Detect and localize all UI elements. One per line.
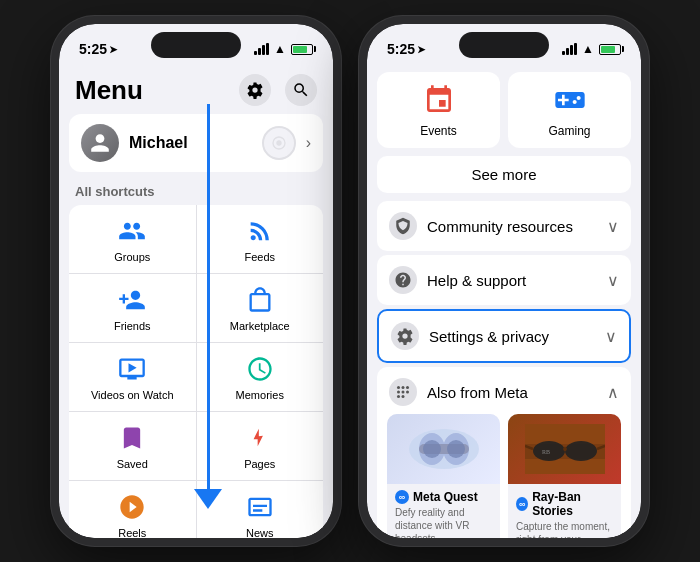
user-name: Michael [129, 134, 252, 152]
feeds-icon [244, 215, 276, 247]
gaming-tile-label: Gaming [548, 124, 590, 138]
see-more-button[interactable]: See more [377, 156, 631, 193]
shortcut-saved[interactable]: Saved [69, 412, 196, 480]
settings-icon [391, 322, 419, 350]
time-left: 5:25 ➤ [79, 41, 117, 57]
accordion-community[interactable]: Community resources ∨ [377, 201, 631, 251]
svg-point-3 [402, 386, 405, 389]
signal-left [254, 43, 269, 55]
meta-quest-desc: Defy reality and distance with VR headse… [395, 506, 492, 538]
shortcut-memories[interactable]: Memories [197, 343, 324, 411]
signal-right [562, 43, 577, 55]
also-from-chevron: ∧ [607, 383, 619, 402]
accordion-settings[interactable]: Settings & privacy ∨ [377, 309, 631, 363]
help-icon [389, 266, 417, 294]
also-from-header[interactable]: Also from Meta ∧ [377, 367, 631, 414]
shortcut-pages[interactable]: Pages [197, 412, 324, 480]
reels-icon [116, 491, 148, 523]
meta-quest-card[interactable]: ∞ Meta Quest Defy reality and distance w… [387, 414, 500, 538]
top-apps-row: Events Gaming [377, 72, 631, 148]
status-icons-right: ▲ [562, 42, 621, 56]
videos-label: Videos on Watch [91, 389, 174, 401]
pages-label: Pages [244, 458, 275, 470]
events-tile-label: Events [420, 124, 457, 138]
also-from-section: Also from Meta ∧ [377, 367, 631, 538]
location-arrow-right: ➤ [417, 44, 425, 55]
shortcut-friends[interactable]: Friends [69, 274, 196, 342]
svg-text:RB: RB [542, 449, 550, 455]
dynamic-island-right [459, 32, 549, 58]
ray-ban-desc: Capture the moment, right from your glas… [516, 520, 613, 538]
user-chevron[interactable]: › [306, 134, 311, 152]
friends-icon [116, 284, 148, 316]
news-label: News [246, 527, 274, 538]
accordion-help[interactable]: Help & support ∨ [377, 255, 631, 305]
community-icon [389, 212, 417, 240]
videos-icon [116, 353, 148, 385]
ray-ban-info: ∞ Ray-Ban Stories Capture the moment, ri… [508, 484, 621, 538]
meta-products-grid: ∞ Meta Quest Defy reality and distance w… [377, 414, 631, 538]
pages-icon [244, 422, 276, 454]
shortcut-reels[interactable]: Reels [69, 481, 196, 538]
menu-header-icons [239, 74, 317, 106]
search-button[interactable] [285, 74, 317, 106]
friends-label: Friends [114, 320, 151, 332]
shortcut-feeds[interactable]: Feeds [197, 205, 324, 273]
saved-icon [116, 422, 148, 454]
battery-left [291, 44, 313, 55]
gear-button[interactable] [239, 74, 271, 106]
left-phone: 5:25 ➤ ▲ Menu [51, 16, 341, 546]
wifi-icon-right: ▲ [582, 42, 594, 56]
meta-quest-image [387, 414, 500, 484]
svg-point-15 [447, 440, 465, 458]
also-from-label: Also from Meta [427, 384, 597, 401]
groups-icon [116, 215, 148, 247]
ray-ban-card[interactable]: RB ∞ Ray-Ban Stories Capture the moment,… [508, 414, 621, 538]
events-tile-icon [421, 82, 457, 118]
avatar [81, 124, 119, 162]
settings-chevron: ∨ [605, 327, 617, 346]
help-label: Help & support [427, 272, 597, 289]
marketplace-label: Marketplace [230, 320, 290, 332]
shortcut-groups[interactable]: Groups [69, 205, 196, 273]
app-tile-events[interactable]: Events [377, 72, 500, 148]
menu-header: Menu [59, 68, 333, 114]
user-row[interactable]: Michael › [69, 114, 323, 172]
groups-label: Groups [114, 251, 150, 263]
right-screen: 5:25 ➤ ▲ [367, 24, 641, 538]
help-chevron: ∨ [607, 271, 619, 290]
svg-point-19 [565, 441, 597, 461]
ray-ban-image: RB [508, 414, 621, 484]
svg-point-8 [397, 395, 400, 398]
svg-point-6 [402, 391, 405, 394]
svg-point-9 [402, 395, 405, 398]
svg-point-7 [406, 391, 409, 394]
svg-point-14 [423, 440, 441, 458]
svg-point-1 [276, 140, 281, 145]
battery-right [599, 44, 621, 55]
svg-point-2 [397, 386, 400, 389]
gaming-tile-icon [552, 82, 588, 118]
saved-label: Saved [117, 458, 148, 470]
dynamic-island-left [151, 32, 241, 58]
story-ring[interactable] [262, 126, 296, 160]
app-tile-gaming[interactable]: Gaming [508, 72, 631, 148]
status-icons-left: ▲ [254, 42, 313, 56]
location-arrow-left: ➤ [109, 44, 117, 55]
community-label: Community resources [427, 218, 597, 235]
memories-icon [244, 353, 276, 385]
shortcut-marketplace[interactable]: Marketplace [197, 274, 324, 342]
time-right: 5:25 ➤ [387, 41, 425, 57]
menu-title: Menu [75, 75, 143, 106]
also-from-icon [389, 378, 417, 406]
right-phone: 5:25 ➤ ▲ [359, 16, 649, 546]
left-screen: 5:25 ➤ ▲ Menu [59, 24, 333, 538]
memories-label: Memories [236, 389, 284, 401]
feeds-label: Feeds [244, 251, 275, 263]
shortcut-videos[interactable]: Videos on Watch [69, 343, 196, 411]
reels-label: Reels [118, 527, 146, 538]
svg-point-4 [406, 386, 409, 389]
svg-point-5 [397, 391, 400, 394]
annotation-line [207, 104, 210, 494]
meta-quest-name: ∞ Meta Quest [395, 490, 492, 504]
